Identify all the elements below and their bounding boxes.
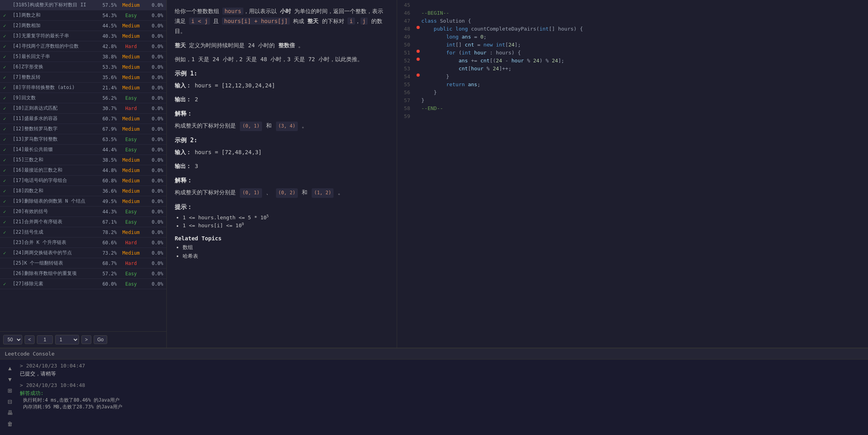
problem-title: [2]两数相加 <box>13 22 95 29</box>
problem-row[interactable]: [23]合并 K 个升序链表60.6%Hard0.0% <box>0 238 166 248</box>
problem-row[interactable]: ✓[8]字符串转换整数 (atoi)21.4%Medium0.0% <box>0 83 166 93</box>
problem-row[interactable]: ✓[22]括号生成78.2%Medium0.0% <box>0 227 166 238</box>
problem-row[interactable]: ✓[16]最接近的三数之和44.8%Medium0.0% <box>0 165 166 176</box>
hints-title: 提示： <box>175 203 389 211</box>
line-number: 46 <box>397 10 415 16</box>
problem-title: [27]移除元素 <box>13 280 95 287</box>
code-text: return ans; <box>421 81 868 87</box>
code-line: 51 for (int hour : hours) { <box>397 49 868 57</box>
problem-check: ✓ <box>3 33 10 39</box>
line-number: 57 <box>397 97 415 103</box>
problem-rate: 0.0% <box>145 178 163 184</box>
code-text: } <box>421 73 868 79</box>
problem-title: [3]无重复字符的最长子串 <box>13 33 95 39</box>
code-line: 54 } <box>397 73 868 81</box>
problem-row[interactable]: ✓[6]Z字形变换53.3%Medium0.0% <box>0 62 166 72</box>
console-detail: 内存消耗:95 MB,击败了28.73% 的Java用户 <box>20 404 862 410</box>
page-input[interactable] <box>37 335 53 344</box>
problem-row[interactable]: ✓[18]四数之和36.6%Medium0.0% <box>0 186 166 196</box>
problem-title: [18]四数之和 <box>13 188 95 194</box>
console-action2-button[interactable]: ⊟ <box>7 398 13 406</box>
problem-acceptance: 57.2% <box>97 271 117 276</box>
example2-explain-text: 构成整天的下标对分别是 (0, 1) 、 (0, 2) 和 (1, 2) 。 <box>175 188 389 198</box>
prev-page-button[interactable]: < <box>25 335 35 344</box>
problem-check: ✓ <box>3 116 10 122</box>
related-topics: Related Topics 数组哈希表 <box>175 235 389 260</box>
problem-rate: 0.0% <box>145 157 163 163</box>
problem-row[interactable]: ✓[9]回文数56.2%Easy0.0% <box>0 93 166 103</box>
problem-row[interactable]: ✓[12]整数转罗马数字67.9%Medium0.0% <box>0 124 166 134</box>
problem-rate: 0.0% <box>145 95 163 101</box>
problem-row[interactable]: ✓[13]罗马数字转整数63.5%Easy0.0% <box>0 134 166 145</box>
console-sidebar: ▲ ▼ ⊞ ⊟ 🖶 🗑 <box>6 363 14 432</box>
code-editor-panel[interactable]: 4546--BEGIN--47class Solution {48 public… <box>397 0 868 348</box>
problem-row[interactable]: ✓[14]最长公共前缀44.4%Easy0.0% <box>0 145 166 155</box>
code-text: ans += cnt[(24 - hour % 24) % 24]; <box>421 58 868 64</box>
example1-input-label: 输入： <box>175 82 191 89</box>
line-number: 45 <box>397 2 415 8</box>
problem-acceptance: 57.5% <box>97 2 117 8</box>
problem-check: ✓ <box>3 13 10 18</box>
problem-rate: 0.0% <box>145 116 163 122</box>
problem-rate: 0.0% <box>145 188 163 194</box>
problem-rate: 0.0% <box>145 168 163 173</box>
problem-acceptance: 30.7% <box>97 106 117 111</box>
problem-intro: 给你一个整数数组 hours，用以表示以 小时 为单位的时间，返回一个整数，表示… <box>175 6 389 37</box>
problem-difficulty: Medium <box>119 157 143 163</box>
problem-row[interactable]: ✓[7]整数反转35.6%Medium0.0% <box>0 72 166 83</box>
problem-row[interactable]: ✓[3]无重复字符的最长子串40.3%Medium0.0% <box>0 31 166 41</box>
problem-acceptance: 67.9% <box>97 126 117 132</box>
console-down-button[interactable]: ▼ <box>6 375 14 383</box>
line-number: 59 <box>397 113 415 119</box>
problem-row[interactable]: ✓[11]盛最多水的容器60.7%Medium0.0% <box>0 114 166 124</box>
problem-row[interactable]: [25]K 个一组翻转链表68.7%Hard0.0% <box>0 258 166 269</box>
problem-row[interactable]: ✓[20]有效的括号44.3%Easy0.0% <box>0 207 166 217</box>
problem-row[interactable]: ✓[15]三数之和38.5%Medium0.0% <box>0 155 166 165</box>
problem-title: [13]罗马数字转整数 <box>13 136 95 143</box>
page-select[interactable]: 1 <box>55 335 79 344</box>
console-up-button[interactable]: ▲ <box>6 364 14 372</box>
problem-acceptance: 42.8% <box>97 44 117 49</box>
problem-title: [10]正则表达式匹配 <box>13 105 95 112</box>
problem-row[interactable]: ✓[1]两数之和54.3%Easy0.0% <box>0 10 166 21</box>
problem-acceptance: 49.5% <box>97 199 117 204</box>
code-text: cnt[hour % 24]++; <box>421 66 868 72</box>
problem-rate: 0.0% <box>145 2 163 8</box>
problem-difficulty: Medium <box>119 75 143 80</box>
problem-row[interactable]: ✓[4]寻找两个正序数组的中位数42.8%Hard0.0% <box>0 41 166 52</box>
problem-row[interactable]: ✓[17]电话号码的字母组合60.8%Medium0.0% <box>0 176 166 186</box>
problem-row[interactable]: ✓[19]删除链表的倒数第 N 个结点49.5%Medium0.0% <box>0 196 166 207</box>
code-line: 56 } <box>397 89 868 97</box>
problem-check: ✓ <box>3 64 10 70</box>
console-action1-button[interactable]: ⊞ <box>7 387 13 394</box>
console-print-button[interactable]: 🖶 <box>6 409 14 417</box>
example1-output: 输出： 2 <box>175 95 389 104</box>
problem-row[interactable]: ✓[5]最长回文子串38.8%Medium0.0% <box>0 52 166 62</box>
problem-row[interactable]: ✓[10]正则表达式匹配30.7%Hard0.0% <box>0 103 166 114</box>
problem-row[interactable]: ✓[27]移除元素60.0%Easy0.0% <box>0 279 166 289</box>
problem-check: ✓ <box>3 281 10 287</box>
console-delete-button[interactable]: 🗑 <box>6 420 14 428</box>
problem-row[interactable]: ✓[21]合并两个有序链表67.1%Easy0.0% <box>0 217 166 227</box>
problem-acceptance: 63.5% <box>97 137 117 142</box>
problem-check: ✓ <box>3 188 10 194</box>
code-text: class Solution { <box>421 18 868 24</box>
problem-row[interactable]: ✓[2]两数相加44.5%Medium0.0% <box>0 21 166 31</box>
problem-acceptance: 36.6% <box>97 188 117 194</box>
example1-explain-title: 解释： <box>175 110 389 118</box>
problem-title: [8]字符串转换整数 (atoi) <box>13 84 95 91</box>
next-page-button[interactable]: > <box>81 335 91 344</box>
problem-difficulty: Medium <box>119 126 143 132</box>
per-page-select[interactable]: 50 <box>3 335 22 344</box>
problem-acceptance: 35.6% <box>97 75 117 80</box>
problem-row[interactable]: [26]删除有序数组中的重复项57.2%Easy0.0% <box>0 269 166 279</box>
problem-row[interactable]: ✓[24]两两交换链表中的节点73.2%Medium0.0% <box>0 248 166 258</box>
problem-difficulty: Hard <box>119 261 143 266</box>
problem-check: ✓ <box>3 137 10 142</box>
problem-acceptance: 60.8% <box>97 178 117 184</box>
problem-row[interactable]: [3185]构成整天的下标对数目 II57.5%Medium0.0% <box>0 0 166 10</box>
console-timestamp: > 2024/10/23 10:04:48 <box>20 382 862 388</box>
example2-explain-label: 构成整天的下标对分别是 <box>175 189 236 195</box>
go-button[interactable]: Go <box>94 335 107 344</box>
problem-acceptance: 73.2% <box>97 250 117 256</box>
